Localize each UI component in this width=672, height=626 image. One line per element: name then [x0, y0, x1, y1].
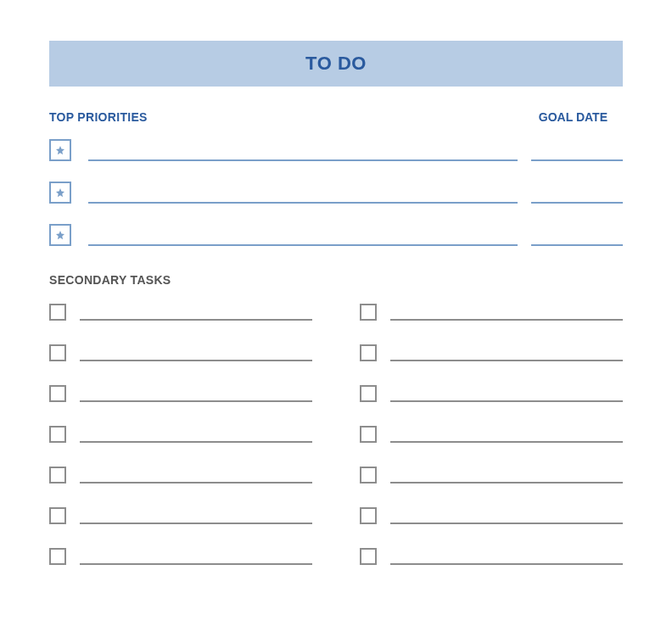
- secondary-row: [49, 385, 312, 402]
- goal-date-line[interactable]: [531, 185, 623, 204]
- secondary-task-line[interactable]: [390, 467, 623, 483]
- secondary-task-line[interactable]: [390, 304, 623, 321]
- priority-task-line[interactable]: [88, 227, 518, 246]
- star-icon[interactable]: [49, 224, 71, 246]
- goal-date-line[interactable]: [531, 143, 623, 161]
- secondary-row: [360, 304, 623, 321]
- checkbox-icon[interactable]: [49, 467, 66, 483]
- priority-task-line[interactable]: [88, 143, 518, 161]
- secondary-task-line[interactable]: [80, 385, 312, 402]
- checkbox-icon[interactable]: [360, 344, 377, 361]
- goal-date-label: GOAL DATE: [539, 110, 608, 124]
- secondary-row: [360, 507, 623, 524]
- secondary-task-line[interactable]: [390, 344, 623, 361]
- priorities-header-row: TOP PRIORITIES GOAL DATE: [49, 110, 623, 124]
- secondary-task-line[interactable]: [390, 426, 623, 443]
- checkbox-icon[interactable]: [49, 304, 66, 321]
- checkbox-icon[interactable]: [360, 467, 377, 483]
- secondary-tasks-grid: [49, 304, 623, 589]
- star-icon[interactable]: [49, 139, 71, 161]
- secondary-tasks-left-column: [49, 304, 312, 589]
- checkbox-icon[interactable]: [360, 304, 377, 321]
- secondary-tasks-right-column: [360, 304, 623, 589]
- secondary-row: [49, 426, 312, 443]
- secondary-task-line[interactable]: [80, 344, 312, 361]
- page-title: TO DO: [49, 41, 623, 87]
- checkbox-icon[interactable]: [360, 507, 377, 524]
- priority-task-line[interactable]: [88, 185, 518, 204]
- secondary-row: [360, 385, 623, 402]
- secondary-row: [360, 344, 623, 361]
- star-icon[interactable]: [49, 182, 71, 204]
- priority-row: [49, 182, 623, 204]
- secondary-tasks-label: SECONDARY TASKS: [49, 273, 623, 287]
- secondary-row: [49, 467, 312, 483]
- checkbox-icon[interactable]: [49, 426, 66, 443]
- priority-row: [49, 139, 623, 161]
- secondary-task-line[interactable]: [80, 467, 312, 483]
- checkbox-icon[interactable]: [49, 344, 66, 361]
- checkbox-icon[interactable]: [49, 548, 66, 565]
- checkbox-icon[interactable]: [49, 385, 66, 402]
- checkbox-icon[interactable]: [360, 426, 377, 443]
- secondary-row: [49, 507, 312, 524]
- priority-row: [49, 224, 623, 246]
- checkbox-icon[interactable]: [360, 385, 377, 402]
- secondary-row: [49, 304, 312, 321]
- secondary-task-line[interactable]: [80, 426, 312, 443]
- secondary-task-line[interactable]: [390, 385, 623, 402]
- secondary-task-line[interactable]: [80, 548, 312, 565]
- secondary-task-line[interactable]: [80, 304, 312, 321]
- top-priorities-label: TOP PRIORITIES: [49, 110, 148, 124]
- secondary-row: [360, 467, 623, 483]
- checkbox-icon[interactable]: [49, 507, 66, 524]
- secondary-task-line[interactable]: [390, 507, 623, 524]
- secondary-task-line[interactable]: [80, 507, 312, 524]
- secondary-row: [49, 344, 312, 361]
- secondary-task-line[interactable]: [390, 548, 623, 565]
- secondary-row: [360, 426, 623, 443]
- secondary-row: [360, 548, 623, 565]
- goal-date-line[interactable]: [531, 227, 623, 246]
- secondary-row: [49, 548, 312, 565]
- checkbox-icon[interactable]: [360, 548, 377, 565]
